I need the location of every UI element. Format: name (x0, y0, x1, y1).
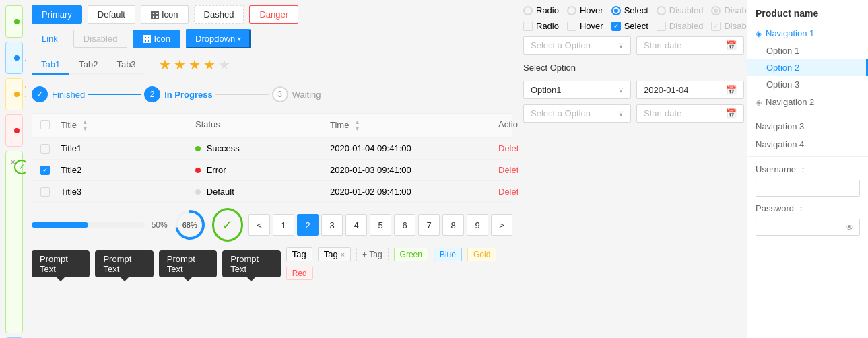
header-time: Time ▲▼ (330, 119, 498, 132)
progress-bar-section: 50% (32, 220, 168, 230)
progress-pagination-row: 50% 68% ✓ < 1 2 3 4 5 6 7 (32, 208, 512, 242)
table-row: ✓ Title2 Error 2020-01-03 09:41:00 Delet… (32, 160, 512, 181)
delete-link[interactable]: Delete (498, 165, 518, 175)
page-next[interactable]: > (491, 214, 512, 236)
date-1[interactable]: Start date 📅 (636, 36, 744, 55)
star-rating: ★ ★ ★ ★ ★ (159, 54, 230, 75)
step-circle-1: ✓ (32, 86, 48, 102)
tab-2[interactable]: Tab2 (69, 55, 107, 73)
dropdown-button[interactable]: Dropdown ▾ (186, 29, 251, 48)
checkbox-disabled: Disabled (657, 21, 704, 31)
row-1-actions: Delete Copy Delete ··· (498, 143, 518, 154)
dashed-button[interactable]: Dashed (194, 5, 244, 24)
step-label-2: In Progress (164, 90, 213, 100)
select-1[interactable]: Select a Option ∨ (523, 36, 631, 55)
header-checkbox[interactable] (40, 119, 61, 132)
link-button[interactable]: Link (32, 30, 68, 48)
radio-row-1: Radio Hover Select Disabled Disabled (523, 5, 741, 15)
caret-down-icon: ▾ (238, 35, 241, 42)
page-1[interactable]: 1 (273, 214, 294, 236)
star-5[interactable]: ★ (218, 57, 230, 73)
row-3-status: Default (195, 187, 330, 197)
progress-percent: 50% (152, 220, 168, 230)
date-3[interactable]: Start date 📅 (636, 104, 744, 123)
nav-navigation-3[interactable]: Navigation 3 (747, 117, 868, 135)
nav-option-1[interactable]: Option 1 (747, 42, 868, 59)
tooltips-section: Prompt Text Prompt Text Prompt Text Prom… (32, 250, 281, 277)
page-prev[interactable]: < (248, 214, 270, 236)
select-3[interactable]: Select a Option ∨ (523, 104, 631, 123)
icon-button[interactable]: Icon (141, 5, 189, 24)
checkbox-checked[interactable]: ✓ Select (611, 21, 648, 31)
grid-icon (151, 11, 159, 19)
page-7[interactable]: 7 (418, 214, 440, 236)
page-2[interactable]: 2 (297, 214, 319, 236)
date-2[interactable]: 2020-01-04 📅 (636, 81, 744, 99)
status-success-dot (195, 146, 201, 151)
page-4[interactable]: 4 (345, 214, 367, 236)
checkbox-hover[interactable]: Hover (567, 21, 603, 31)
row-2-checkbox[interactable]: ✓ (40, 166, 50, 175)
star-3[interactable]: ★ (189, 57, 201, 73)
select-option-label: Select Option (523, 60, 744, 75)
nav-option-2[interactable]: Option 2 (747, 59, 868, 76)
pagination: < 1 2 3 4 5 6 7 8 9 > (248, 214, 512, 236)
tag-2: Tag × (318, 247, 351, 261)
radio-hover-1[interactable]: Hover (567, 5, 603, 15)
nav-navigation-2[interactable]: ◈ Navigation 2 (747, 93, 868, 111)
nav-navigation-1[interactable]: ◈ Navigation 1 (747, 24, 868, 42)
page-6[interactable]: 6 (394, 214, 415, 236)
nav-panel: Product name ◈ Navigation 1 Option 1 Opt… (747, 0, 868, 338)
tooltip-1[interactable]: Prompt Text (32, 250, 90, 277)
tooltip-3[interactable]: Prompt Text (159, 250, 217, 277)
main-area: Primary Default Icon Dashed Danger Link … (26, 0, 868, 338)
close-icon[interactable]: × (10, 157, 15, 167)
eye-icon[interactable]: 👁 (846, 223, 854, 232)
row-1-time: 2020-01-04 09:41:00 (330, 143, 498, 154)
calendar-icon-1: 📅 (726, 40, 737, 50)
nav-navigation-4[interactable]: Navigation 4 (747, 135, 868, 154)
nav-option-3[interactable]: Option 3 (747, 76, 868, 93)
select-2[interactable]: Option1 ∨ (523, 81, 631, 99)
password-wrap: 👁 (756, 219, 860, 236)
tooltip-4[interactable]: Prompt Text (222, 250, 280, 277)
nav-1-icon: ◈ (756, 29, 762, 38)
alert-error-simple: Error Text × (5, 114, 23, 147)
star-2[interactable]: ★ (174, 57, 186, 73)
row-1-checkbox[interactable] (40, 144, 50, 154)
tag-add-button[interactable]: + Tag (356, 248, 388, 261)
table-row: Title3 Default 2020-01-02 09:41:00 Delet… (32, 181, 512, 202)
danger-button[interactable]: Danger (249, 5, 298, 24)
radio-1[interactable]: Radio (523, 5, 559, 15)
star-4[interactable]: ★ (203, 57, 215, 73)
tabs-stars-row: Tab1 Tab2 Tab3 ★ ★ ★ ★ ★ (32, 54, 512, 75)
checkbox-1[interactable]: Radio (523, 21, 559, 31)
star-1[interactable]: ★ (159, 57, 171, 73)
progress-bar-fill (32, 222, 88, 228)
username-input[interactable] (756, 180, 860, 197)
step-circle-3: 3 (272, 86, 288, 102)
page-9[interactable]: 9 (467, 214, 488, 236)
tag-close-icon[interactable]: × (341, 250, 345, 259)
page-5[interactable]: 5 (370, 214, 391, 236)
step-in-progress: 2 In Progress (144, 86, 213, 102)
tab-1[interactable]: Tab1 (32, 55, 69, 75)
row-2-actions: Delete Copy Delete ··· (498, 165, 518, 175)
tab-3[interactable]: Tab3 (107, 55, 145, 73)
delete-link[interactable]: Delete (498, 187, 518, 197)
form-right-panel: Radio Hover Select Disabled Disabled (518, 0, 747, 338)
password-input[interactable] (762, 222, 846, 232)
tooltip-2[interactable]: Prompt Text (95, 250, 153, 277)
checkbox-row: Radio Hover ✓ Select Disabled ✓ Disabled (523, 21, 741, 31)
page-3[interactable]: 3 (321, 214, 343, 236)
radio-select-1[interactable]: Select (611, 5, 648, 15)
row-3-checkbox[interactable] (40, 187, 50, 197)
delete-link[interactable]: Delete (498, 143, 518, 154)
primary-button[interactable]: Primary (32, 5, 82, 24)
header-action: Action (498, 119, 518, 132)
page-8[interactable]: 8 (442, 214, 464, 236)
row-3-title: Title3 (61, 187, 195, 197)
icon-blue-button[interactable]: Icon (133, 30, 180, 48)
status-default-dot (195, 189, 201, 195)
default-button[interactable]: Default (88, 5, 135, 24)
